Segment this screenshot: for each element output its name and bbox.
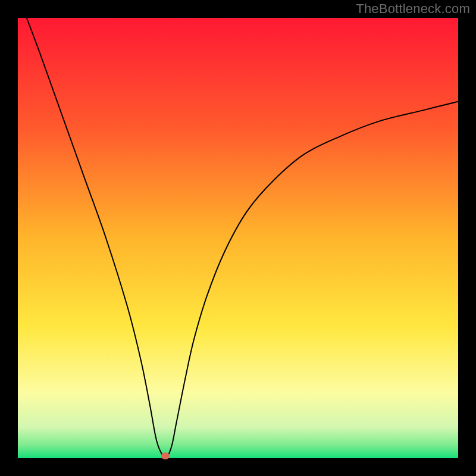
chart-container: TheBottleneck.com [0,0,476,476]
plot-background [18,18,458,458]
watermark-text: TheBottleneck.com [356,1,470,17]
optimal-marker [161,452,170,459]
bottleneck-chart [0,0,476,476]
